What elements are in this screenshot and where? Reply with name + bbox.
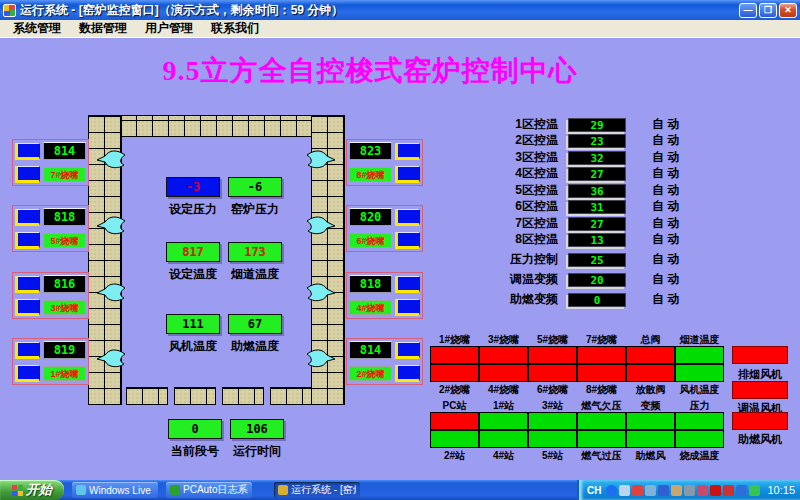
burner-button[interactable]: [395, 232, 420, 249]
zone-row: 6区控温31自 动: [482, 199, 679, 214]
burner-unit: 8184#烧嘴: [346, 272, 423, 319]
zone-label: 5区控温: [482, 182, 558, 199]
zone-value-display: 13: [568, 233, 626, 247]
zone-row: 5区控温36自 动: [482, 183, 679, 198]
burner-button[interactable]: [15, 143, 40, 160]
burner-unit: 8185#烧嘴: [12, 205, 89, 252]
windows-flag-icon: [12, 485, 23, 496]
zone-value-display: 31: [568, 200, 626, 214]
diamond-icon[interactable]: [645, 485, 656, 496]
burner-row: 5#烧嘴: [15, 232, 86, 249]
zone-row: 3区控温32自 动: [482, 150, 679, 165]
globe-icon[interactable]: [736, 485, 747, 496]
kiln-door-segment: [270, 387, 312, 405]
burner-button[interactable]: [15, 166, 40, 183]
zone-mode-toggle[interactable]: 自 动: [652, 271, 679, 288]
close-button[interactable]: ✕: [779, 3, 797, 18]
status-indicator: [675, 412, 724, 430]
zone-mode-toggle[interactable]: 自 动: [652, 198, 679, 215]
restore-button[interactable]: ❐: [759, 3, 777, 18]
burner-unit: 8163#烧嘴: [12, 272, 89, 319]
burner-button[interactable]: [395, 365, 420, 382]
burner-button[interactable]: [395, 276, 420, 293]
taskbar: 开始 Windows Live Mes...PCAuto日志系统运行系统 - […: [0, 480, 800, 500]
zone-label: 助燃变频: [482, 291, 558, 308]
burner-button[interactable]: [15, 299, 40, 316]
burner-button[interactable]: [15, 365, 40, 382]
window-title: 运行系统 - [窑炉监控窗口]（演示方式，剩余时间：59 分钟）: [20, 2, 737, 19]
client-area: 9.5立方全自控梭式窑炉控制中心 1区控温29自 动2区控温23自 动3区控温3…: [0, 38, 800, 480]
display-set_pressure[interactable]: -3: [166, 177, 220, 197]
zone-label: 压力控制: [482, 251, 558, 268]
burner-button[interactable]: [15, 232, 40, 249]
burner-row: 814: [15, 142, 86, 160]
shield-icon[interactable]: [723, 485, 734, 496]
burner-button[interactable]: [15, 276, 40, 293]
burner-unit: 8238#烧嘴: [346, 139, 423, 186]
start-button[interactable]: 开始: [0, 480, 64, 500]
zone-mode-toggle[interactable]: 自 动: [652, 251, 679, 268]
display-kiln_pressure: -6: [228, 177, 282, 197]
minimize-button[interactable]: —: [739, 3, 757, 18]
start-label: 开始: [26, 481, 52, 499]
taskbar-task[interactable]: PCAuto日志系统: [166, 482, 252, 498]
taskbar-task[interactable]: 运行系统 - [窑炉...: [274, 482, 360, 498]
signal-icon[interactable]: [684, 485, 695, 496]
task-label: 运行系统 - [窑炉...: [291, 483, 356, 497]
network-icon[interactable]: [658, 485, 669, 496]
burner-row: 8#烧嘴: [349, 166, 420, 183]
status-col-label: 变频: [626, 399, 675, 413]
menu-item[interactable]: 系统管理: [4, 20, 70, 37]
zone-mode-toggle[interactable]: 自 动: [652, 165, 679, 182]
burner-row: 819: [15, 341, 86, 359]
zone-mode-toggle[interactable]: 自 动: [652, 116, 679, 133]
menu-item[interactable]: 用户管理: [136, 20, 202, 37]
pinwheel-icon[interactable]: [632, 485, 643, 496]
workgroup-icon[interactable]: [671, 485, 682, 496]
menu-item[interactable]: 联系我们: [202, 20, 268, 37]
burner-button[interactable]: [395, 166, 420, 183]
burner-button[interactable]: [15, 209, 40, 226]
burner-button[interactable]: [395, 342, 420, 359]
burner-unit: 8142#烧嘴: [346, 338, 423, 385]
burner-label: 2#烧嘴: [349, 366, 392, 381]
burner-temp-display: 816: [43, 275, 86, 293]
status-col-label: 风机温度: [675, 383, 724, 397]
task-app-icon: [278, 485, 288, 495]
status-col-label: 2#烧嘴: [430, 383, 479, 397]
burner-unit: 8147#烧嘴: [12, 139, 89, 186]
zone-mode-toggle[interactable]: 自 动: [652, 132, 679, 149]
status-indicator: [528, 364, 577, 382]
burner-button[interactable]: [395, 209, 420, 226]
zone-row: 助燃变频0自 动: [482, 292, 679, 307]
burner-label: 7#烧嘴: [43, 167, 86, 182]
zone-mode-toggle[interactable]: 自 动: [652, 231, 679, 248]
burner-button[interactable]: [395, 143, 420, 160]
flame-icon: [96, 148, 126, 170]
kaspersky-icon[interactable]: [710, 485, 721, 496]
burner-button[interactable]: [395, 299, 420, 316]
zone-mode-toggle[interactable]: 自 动: [652, 215, 679, 232]
status-col-label: 放散阀: [626, 383, 675, 397]
status-col-label: 4#站: [479, 449, 528, 463]
zone-mode-toggle[interactable]: 自 动: [652, 291, 679, 308]
burner-button[interactable]: [15, 342, 40, 359]
qq-icon[interactable]: [749, 485, 760, 496]
collapse-arrow-icon[interactable]: [606, 485, 617, 496]
zone-mode-toggle[interactable]: 自 动: [652, 182, 679, 199]
zone-label: 2区控温: [482, 132, 558, 149]
display-current_segment: 0: [168, 419, 222, 439]
burner-temp-display: 814: [349, 341, 392, 359]
label-flue_temp: 烟道温度: [220, 266, 290, 283]
application-window: 运行系统 - [窑炉监控窗口]（演示方式，剩余时间：59 分钟） — ❐ ✕ 系…: [0, 0, 800, 500]
language-indicator[interactable]: CH: [587, 485, 601, 496]
display-set_temp[interactable]: 817: [166, 242, 220, 262]
burner-label: 8#烧嘴: [349, 167, 392, 182]
menu-item[interactable]: 数据管理: [70, 20, 136, 37]
taskbar-task[interactable]: Windows Live Mes...: [72, 482, 158, 498]
fan-indicator: [732, 346, 788, 364]
paint-icon[interactable]: [697, 485, 708, 496]
zone-mode-toggle[interactable]: 自 动: [652, 149, 679, 166]
display-icon[interactable]: [619, 485, 630, 496]
status-indicator: [626, 346, 675, 364]
